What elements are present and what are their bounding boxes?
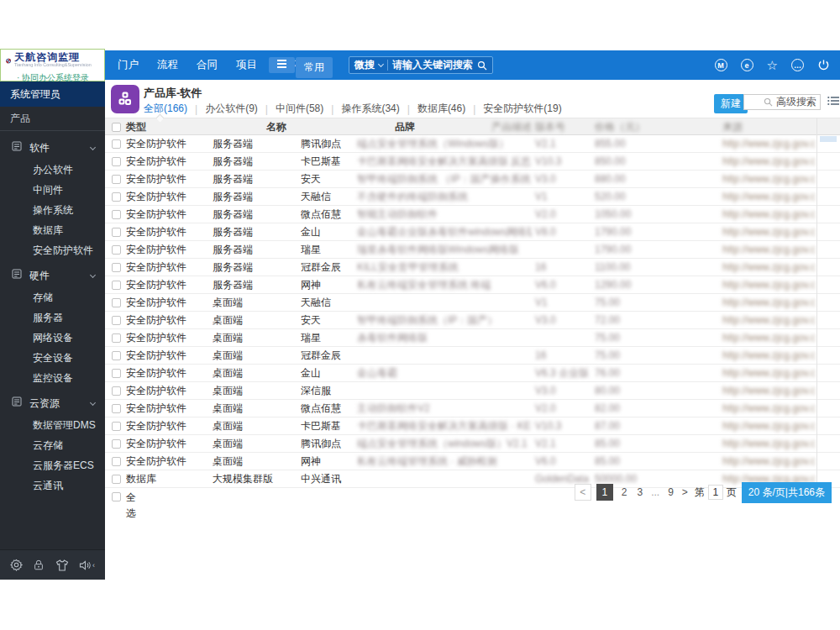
m-badge-icon[interactable]: M — [715, 59, 727, 71]
table-row[interactable]: 安全防护软件服务器端安天智甲终端防御系统 （IP：国产操作系统）V3.0880.… — [105, 171, 840, 188]
e-badge-icon[interactable]: e — [741, 59, 753, 71]
row-checkbox[interactable] — [112, 422, 121, 431]
table-row[interactable]: 安全防护软件服务器端微点佰慧智能主动防御软件V2.01050.00http://… — [105, 206, 840, 223]
row-checkbox[interactable] — [112, 228, 121, 237]
row-checkbox[interactable] — [112, 263, 121, 272]
sidebar-item-1-1[interactable]: 服务器 — [0, 307, 105, 328]
table-search-box[interactable]: 高级搜索 — [743, 94, 821, 110]
column-header-source[interactable]: 来源 — [722, 118, 743, 135]
lock-icon[interactable] — [33, 559, 45, 571]
row-checkbox[interactable] — [112, 333, 121, 343]
theme-shirt-icon[interactable] — [55, 559, 69, 571]
row-checkbox[interactable] — [112, 192, 121, 202]
page-button-1[interactable]: 1 — [596, 484, 613, 501]
table-row[interactable]: 安全防护软件桌面端网神私有云终端管理系统 · 威胁检测V6.085.00http… — [105, 453, 840, 470]
nav-item-pinned[interactable]: 常用 — [296, 57, 333, 78]
sidebar-item-1-3[interactable]: 安全设备 — [0, 348, 105, 368]
row-checkbox[interactable] — [112, 351, 121, 360]
sidebar-item-0-0[interactable]: 办公软件 — [0, 160, 105, 180]
tab-0[interactable]: 全部(166) — [144, 102, 187, 116]
row-checkbox[interactable] — [112, 245, 121, 255]
row-checkbox[interactable] — [112, 298, 121, 307]
row-checkbox[interactable] — [112, 475, 121, 484]
column-header-desc[interactable]: 产品描述 — [491, 118, 532, 135]
row-checkbox[interactable] — [112, 369, 121, 378]
nav-item-2[interactable]: 合同 — [197, 58, 218, 72]
search-input[interactable]: 请输入关键词搜索 — [392, 58, 473, 72]
tab-4[interactable]: 数据库(46) — [417, 102, 465, 116]
sidebar-group-2[interactable]: 云资源 — [0, 391, 105, 415]
table-row[interactable]: 安全防护软件服务器端卡巴斯基卡巴斯基网络安全解决方案高级版 反恶...V10.3… — [105, 153, 840, 171]
row-checkbox[interactable] — [112, 386, 121, 396]
tab-5[interactable]: 安全防护软件(19) — [483, 102, 561, 116]
speaker-icon[interactable]: ‹ — [79, 559, 95, 571]
page-button-3[interactable]: 3 — [635, 486, 644, 498]
row-checkbox[interactable] — [112, 210, 121, 219]
nav-item-1[interactable]: 流程 — [157, 58, 178, 72]
row-checkbox[interactable] — [112, 404, 121, 413]
collapse-chevron-icon[interactable]: ‹ — [92, 561, 95, 570]
sidebar-item-0-4[interactable]: 安全防护软件 — [0, 240, 105, 260]
table-row[interactable]: 安全防护软件服务器端冠群金辰KILL安全胄甲管理系统161100.00http:… — [105, 259, 840, 276]
row-checkbox[interactable] — [112, 139, 121, 149]
sidebar-item-2-1[interactable]: 云存储 — [0, 435, 105, 455]
nav-item-3[interactable]: 项目 — [236, 58, 257, 72]
sidebar-group-0[interactable]: 软件 — [0, 136, 105, 160]
table-row[interactable]: 安全防护软件桌面端天融信V175.00http://www.zjcg.gov.c… — [105, 294, 840, 312]
table-row[interactable]: 安全防护软件桌面端深信服V3.080.00http://www.zjcg.gov… — [105, 382, 840, 400]
hamburger-menu-button[interactable] — [269, 57, 295, 73]
select-all-header-checkbox[interactable] — [112, 123, 121, 132]
select-all-checkbox[interactable] — [112, 492, 121, 501]
tab-3[interactable]: 操作系统(34) — [341, 102, 399, 116]
column-header-price[interactable]: 价格（元） — [595, 118, 645, 135]
row-checkbox[interactable] — [112, 439, 121, 449]
global-search-box[interactable]: 微搜 请输入关键词搜索 — [349, 56, 493, 74]
sidebar-item-0-2[interactable]: 操作系统 — [0, 200, 105, 220]
column-header-brand[interactable]: 品牌 — [395, 118, 415, 135]
sidebar-item-2-2[interactable]: 云服务器ECS — [0, 455, 105, 475]
sidebar-item-1-4[interactable]: 监控设备 — [0, 368, 105, 388]
table-row[interactable]: 安全防护软件服务器端网神私有云终端安全管理系统 终端V6.01290.00htt… — [105, 276, 840, 294]
advanced-search-button[interactable]: 高级搜索 — [776, 95, 816, 109]
search-icon[interactable] — [477, 60, 487, 71]
tab-1[interactable]: 办公软件(9) — [205, 102, 258, 116]
sidebar-group-1[interactable]: 硬件 — [0, 264, 105, 287]
table-row[interactable]: 安全防护软件桌面端微点佰慧主动防御软件V2V2.082.00http://www… — [105, 400, 840, 417]
row-checkbox[interactable] — [112, 175, 121, 184]
table-row[interactable]: 安全防护软件服务器端天融信不含硬件的终端防御系统V1520.00http://w… — [105, 188, 840, 206]
column-header-type[interactable]: 类型 — [126, 118, 146, 135]
sidebar-item-1-2[interactable]: 网络设备 — [0, 328, 105, 348]
sidebar-item-2-3[interactable]: 云通讯 — [0, 475, 105, 496]
scrollbar-thumb[interactable] — [820, 136, 837, 142]
new-button[interactable]: 新建 — [714, 94, 748, 113]
gear-icon[interactable] — [10, 559, 23, 571]
power-icon[interactable] — [817, 59, 830, 71]
table-row[interactable]: 安全防护软件服务器端腾讯御点端点安全管理系统（Windows版）V2.1855.… — [105, 135, 840, 153]
row-checkbox[interactable] — [112, 157, 121, 166]
table-row[interactable]: 安全防护软件桌面端卡巴斯基卡巴斯基网络安全解决方案高级版 · KES...V10… — [105, 417, 840, 435]
table-row[interactable]: 安全防护软件桌面端瑞星杀毒软件网络版75.00http://www.zjcg.g… — [105, 329, 840, 347]
sidebar-item-1-0[interactable]: 存储 — [0, 287, 105, 307]
prev-page-button[interactable]: < — [575, 484, 591, 501]
table-row[interactable]: 安全防护软件桌面端金山金山毒霸V6.3 企业版76.00http://www.z… — [105, 365, 840, 382]
more-icon[interactable]: … — [791, 59, 804, 71]
next-page-button[interactable]: > — [680, 486, 690, 498]
nav-item-0[interactable]: 门户 — [118, 58, 139, 72]
sidebar-item-0-3[interactable]: 数据库 — [0, 220, 105, 240]
table-row[interactable]: 安全防护软件服务器端瑞星瑞星杀毒软件网络版Windows网络版1790.00ht… — [105, 241, 840, 259]
page-size-badge[interactable]: 20 条/页|共166条 — [742, 482, 832, 503]
sidebar-section-product[interactable]: 产品 — [0, 107, 105, 131]
page-jump-input[interactable]: 1 — [708, 485, 723, 500]
column-header-version[interactable]: 版本号 — [535, 118, 565, 135]
row-checkbox[interactable] — [112, 281, 121, 290]
table-row[interactable]: 安全防护软件桌面端安天智甲终端防御系统（IP：国产）V3.072.00http:… — [105, 312, 840, 329]
table-row[interactable]: 安全防护软件服务器端金山金山毒霸企业版杀毒软件windows网络版V8.0179… — [105, 223, 840, 241]
row-checkbox[interactable] — [112, 316, 121, 325]
list-view-toggle-icon[interactable] — [827, 96, 839, 108]
oa-login-link[interactable]: · 协同办公系统登录 — [6, 72, 100, 84]
column-header-name[interactable]: 名称 — [266, 118, 286, 135]
favorite-star-icon[interactable]: ☆ — [767, 59, 778, 71]
search-engine-label[interactable]: 微搜 — [354, 58, 375, 72]
tab-2[interactable]: 中间件(58) — [276, 102, 323, 116]
row-checkbox[interactable] — [112, 457, 121, 466]
